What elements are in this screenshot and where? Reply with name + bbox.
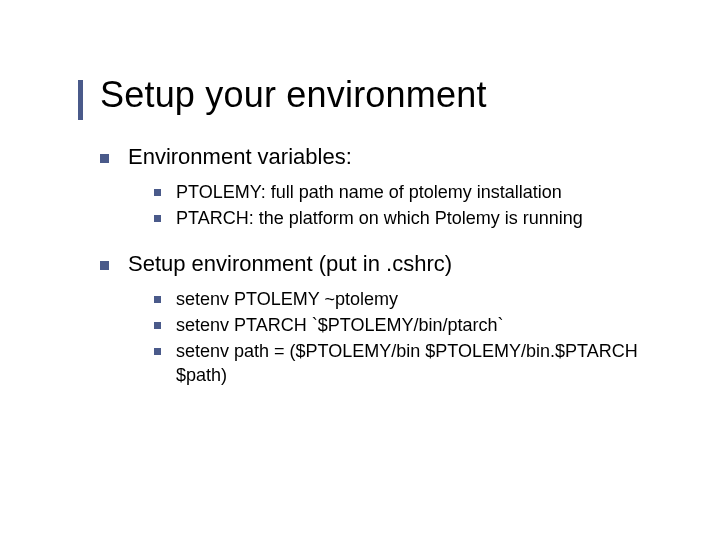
list-item-text: PTOLEMY: full path name of ptolemy insta… — [176, 182, 562, 202]
list-item: PTOLEMY: full path name of ptolemy insta… — [154, 180, 670, 204]
slide: Setup your environment Environment varia… — [0, 0, 720, 388]
list-item-text: setenv PTARCH `$PTOLEMY/bin/ptarch` — [176, 315, 503, 335]
slide-title: Setup your environment — [100, 74, 670, 116]
bullet-list-level1: Environment variables: PTOLEMY: full pat… — [100, 144, 670, 388]
square-bullet-icon — [154, 348, 161, 355]
accent-bar — [78, 80, 83, 120]
list-item: setenv path = ($PTOLEMY/bin $PTOLEMY/bin… — [154, 339, 670, 388]
list-item-label: Setup environment (put in .cshrc) — [128, 251, 452, 276]
square-bullet-icon — [100, 261, 109, 270]
list-item: setenv PTARCH `$PTOLEMY/bin/ptarch` — [154, 313, 670, 337]
title-block: Setup your environment — [100, 74, 670, 116]
list-item: setenv PTOLEMY ~ptolemy — [154, 287, 670, 311]
list-item-label: Environment variables: — [128, 144, 352, 169]
square-bullet-icon — [154, 322, 161, 329]
square-bullet-icon — [154, 215, 161, 222]
bullet-list-level2: PTOLEMY: full path name of ptolemy insta… — [154, 180, 670, 231]
square-bullet-icon — [100, 154, 109, 163]
list-item-text: setenv PTOLEMY ~ptolemy — [176, 289, 398, 309]
list-item: PTARCH: the platform on which Ptolemy is… — [154, 206, 670, 230]
list-item: Environment variables: PTOLEMY: full pat… — [100, 144, 670, 231]
list-item: Setup environment (put in .cshrc) setenv… — [100, 251, 670, 388]
square-bullet-icon — [154, 189, 161, 196]
list-item-text: setenv path = ($PTOLEMY/bin $PTOLEMY/bin… — [176, 341, 638, 385]
bullet-list-level2: setenv PTOLEMY ~ptolemy setenv PTARCH `$… — [154, 287, 670, 388]
square-bullet-icon — [154, 296, 161, 303]
list-item-text: PTARCH: the platform on which Ptolemy is… — [176, 208, 583, 228]
